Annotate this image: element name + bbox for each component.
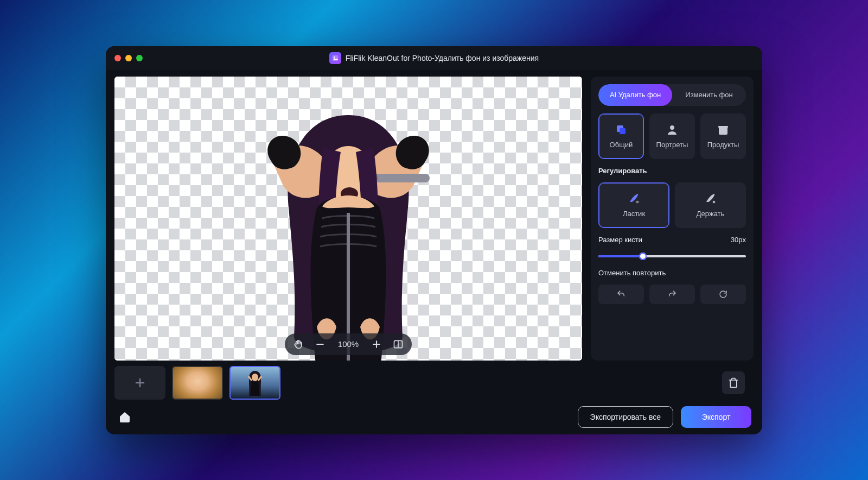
undo-redo-label: Отменить повторить — [598, 269, 746, 277]
mode-toggle: AI Удалить фон Изменить фон — [598, 84, 746, 106]
thumbnail-2[interactable] — [229, 366, 280, 400]
thumbnail-1-image — [173, 367, 222, 399]
footer: Экспортировать все Экспорт — [106, 400, 762, 434]
undo-icon — [616, 289, 626, 299]
pan-hand-icon[interactable] — [292, 338, 304, 350]
refresh-icon — [718, 289, 728, 299]
subject-cutout — [207, 110, 489, 361]
zoom-toolbar: 100% — [285, 333, 412, 355]
home-button[interactable] — [117, 409, 133, 425]
image-canvas[interactable]: 100% — [114, 77, 582, 361]
zoom-in-button[interactable] — [371, 338, 382, 350]
reset-button[interactable] — [700, 285, 746, 304]
category-general[interactable]: Общий — [598, 113, 644, 159]
redo-button[interactable] — [649, 285, 695, 304]
tool-tiles: Ластик Держать — [598, 182, 746, 228]
tab-change-bg[interactable]: Изменить фон — [672, 84, 746, 106]
svg-rect-2 — [370, 174, 430, 182]
brush-size-label: Размер кисти — [598, 236, 642, 244]
window-close-button[interactable] — [114, 55, 121, 61]
delete-button[interactable] — [722, 371, 745, 394]
category-tiles: Общий Портреты Продукты — [598, 113, 746, 159]
person-icon — [666, 123, 679, 136]
tool-eraser[interactable]: Ластик — [598, 182, 669, 228]
app-title: FliFlik KleanOut for Photo-Удалить фон и… — [346, 54, 539, 62]
svg-point-23 — [252, 374, 258, 381]
traffic-lights — [114, 55, 143, 61]
svg-point-1 — [334, 56, 335, 58]
category-products-label: Продукты — [707, 141, 739, 149]
brush-minus-icon — [628, 192, 641, 205]
thumbnail-1[interactable] — [172, 366, 223, 400]
canvas-area: 100% — [114, 77, 582, 361]
tab-ai-remove-bg[interactable]: AI Удалить фон — [598, 84, 672, 106]
category-portraits-label: Портреты — [656, 141, 688, 149]
brush-plus-icon — [704, 192, 717, 205]
window-maximize-button[interactable] — [136, 55, 143, 61]
zoom-level: 100% — [336, 339, 361, 349]
category-products[interactable]: Продукты — [700, 113, 746, 159]
compare-split-icon[interactable] — [392, 338, 404, 350]
home-icon — [118, 410, 131, 424]
app-window: FliFlik KleanOut for Photo-Удалить фон и… — [106, 46, 762, 434]
export-all-button[interactable]: Экспортировать все — [578, 406, 673, 428]
zoom-out-button[interactable] — [314, 338, 326, 350]
main-content: 100% AI Удалить фон Изменить фон — [106, 70, 762, 361]
svg-rect-15 — [718, 126, 728, 128]
trash-icon — [728, 377, 739, 388]
brush-size-value: 30px — [731, 236, 746, 244]
plus-icon — [133, 376, 146, 389]
title-bar: FliFlik KleanOut for Photo-Удалить фон и… — [106, 46, 762, 70]
brush-size-slider[interactable] — [598, 251, 746, 261]
tool-eraser-label: Ластик — [623, 210, 645, 218]
brush-size-row: Размер кисти 30px — [598, 236, 746, 244]
add-image-button[interactable] — [114, 366, 165, 400]
thumbnail-strip — [106, 361, 762, 400]
layers-icon — [615, 123, 628, 136]
svg-point-14 — [670, 125, 674, 130]
app-icon — [329, 52, 341, 64]
category-portraits[interactable]: Портреты — [649, 113, 695, 159]
window-minimize-button[interactable] — [125, 55, 132, 61]
thumbnail-2-image — [231, 367, 279, 399]
tool-keep[interactable]: Держать — [675, 182, 746, 228]
side-panel: AI Удалить фон Изменить фон Общий Портре… — [591, 77, 754, 361]
box-icon — [717, 123, 730, 136]
category-general-label: Общий — [610, 141, 633, 149]
undo-button[interactable] — [598, 285, 644, 304]
export-button[interactable]: Экспорт — [681, 406, 751, 428]
tool-keep-label: Держать — [697, 210, 725, 218]
svg-rect-13 — [620, 128, 626, 134]
history-row — [598, 285, 746, 304]
redo-icon — [667, 289, 677, 299]
adjust-label: Регулировать — [598, 167, 746, 175]
svg-rect-0 — [333, 55, 339, 61]
